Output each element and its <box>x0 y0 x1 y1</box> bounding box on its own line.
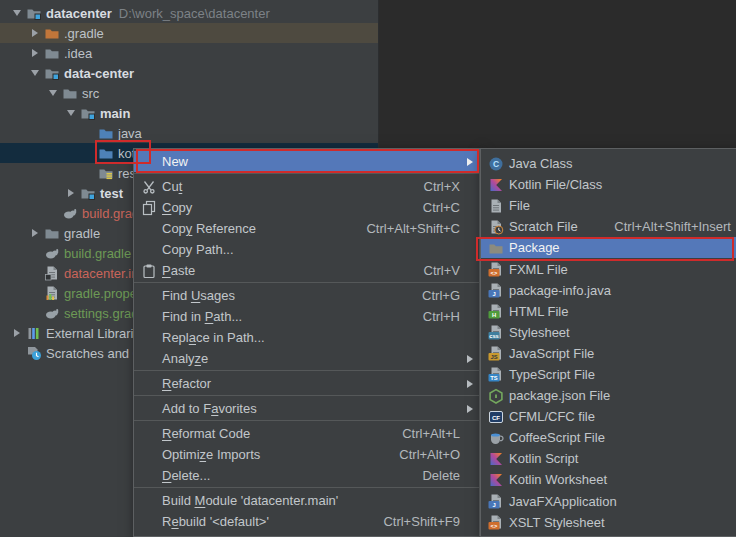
svg-text:TS: TS <box>490 375 498 381</box>
icon-spacer <box>140 221 158 237</box>
file-icon <box>487 198 505 214</box>
menu-item-stylesheet[interactable]: cssStylesheet <box>481 322 736 343</box>
menu-item-kotlin-file-class[interactable]: Kotlin File/Class <box>481 174 736 195</box>
arrow-spacer <box>80 125 98 141</box>
menu-item-label: Copy <box>162 200 192 215</box>
menu-item-fxml-file[interactable]: <>FXML File <box>481 258 736 279</box>
folder-resources-icon <box>98 165 114 181</box>
package-info-icon: J <box>488 282 504 298</box>
menu-item-analyze[interactable]: Analyze <box>134 348 479 369</box>
menu-item-copy[interactable]: CopyCtrl+C <box>134 197 479 218</box>
folder-module-icon <box>44 65 60 81</box>
collapse-arrow-icon[interactable] <box>44 85 62 101</box>
menu-item-build-module-datacenter-main[interactable]: Build Module 'datacenter.main' <box>134 490 479 511</box>
menu-item-rebuild-default[interactable]: Rebuild '<default>'Ctrl+Shift+F9 <box>134 511 479 532</box>
menu-item-find-in-path[interactable]: Find in Path...Ctrl+H <box>134 306 479 327</box>
menu-separator <box>134 281 479 285</box>
collapse-arrow-icon[interactable] <box>8 5 26 21</box>
menu-item-find-usages[interactable]: Find UsagesCtrl+G <box>134 285 479 306</box>
tree-item-main[interactable]: main <box>0 103 378 123</box>
tree-item-label: data-center <box>64 66 134 81</box>
menu-item-cut[interactable]: CutCtrl+X <box>134 176 479 197</box>
menu-item-copy-reference[interactable]: Copy ReferenceCtrl+Alt+Shift+C <box>134 218 479 239</box>
cfml-file-icon: CF <box>487 409 505 425</box>
menu-item-java-class[interactable]: CJava Class <box>481 153 736 174</box>
menu-item-optimize-imports[interactable]: Optimize ImportsCtrl+Alt+O <box>134 444 479 465</box>
stylesheet-icon: css <box>488 324 504 340</box>
menu-item-typescript-file[interactable]: TSTypeScript File <box>481 364 736 385</box>
menu-item-package-json-file[interactable]: package.json File <box>481 385 736 406</box>
menu-item-label: FXML File <box>509 262 568 277</box>
package-info-icon: J <box>487 282 505 298</box>
menu-item-label: HTML File <box>509 304 568 319</box>
xslt-stylesheet-icon: <> <box>488 514 504 530</box>
menu-item-label: New <box>162 154 188 169</box>
coffeescript-file-icon <box>488 430 504 446</box>
file-icon <box>488 198 504 214</box>
menu-item-refactor[interactable]: Refactor <box>134 373 479 394</box>
menu-item-coffeescript-file[interactable]: CoffeeScript File <box>481 427 736 448</box>
menu-item-run-datacenter-main[interactable]: Run 'datacenter.main'Ctrl+Shift+F10 <box>134 532 479 537</box>
arrow-spacer <box>44 205 62 221</box>
properties-file-icon <box>44 285 60 301</box>
expand-arrow-icon[interactable] <box>26 225 44 241</box>
menu-item-new[interactable]: New <box>134 151 479 172</box>
collapse-arrow-icon[interactable] <box>62 105 80 121</box>
menu-item-package[interactable]: Package <box>481 237 736 258</box>
menu-item-delete[interactable]: Delete...Delete <box>134 465 479 486</box>
gradle-file-icon <box>62 205 78 221</box>
arrow-spacer <box>26 285 44 301</box>
tree-item-idea[interactable]: .idea <box>0 43 378 63</box>
icon-spacer <box>140 493 158 509</box>
cut-icon <box>141 179 157 195</box>
icon-spacer <box>140 376 158 392</box>
menu-item-javafxapplication[interactable]: JJavaFXApplication <box>481 491 736 512</box>
menu-shortcut: Ctrl+Alt+O <box>385 447 460 462</box>
menu-item-label: Reformat Code <box>162 426 250 441</box>
expand-arrow-icon[interactable] <box>26 45 44 61</box>
menu-item-label: File <box>509 198 530 213</box>
tree-item-datacenter[interactable]: datacenterD:\work_space\datacenter <box>0 3 378 23</box>
folder-excluded-icon <box>44 25 60 41</box>
menu-item-file[interactable]: File <box>481 195 736 216</box>
menu-item-package-info-java[interactable]: Jpackage-info.java <box>481 280 736 301</box>
menu-item-xslt-stylesheet[interactable]: <>XSLT Stylesheet <box>481 512 736 533</box>
menu-item-paste[interactable]: PasteCtrl+V <box>134 260 479 281</box>
tree-item-data-center[interactable]: data-center <box>0 63 378 83</box>
expand-arrow-icon[interactable] <box>26 25 44 41</box>
scratches-icon <box>26 345 42 361</box>
cfml-file-icon: CF <box>488 409 504 425</box>
menu-item-javascript-file[interactable]: JSJavaScript File <box>481 343 736 364</box>
folder-icon <box>44 45 60 61</box>
expand-arrow-icon[interactable] <box>62 185 80 201</box>
kotlin-file-icon <box>487 177 505 193</box>
java-class-icon: C <box>487 156 505 172</box>
collapse-arrow-icon[interactable] <box>26 65 44 81</box>
menu-item-cfml-cfc-file[interactable]: CFCFML/CFC file <box>481 406 736 427</box>
menu-item-add-to-favorites[interactable]: Add to Favorites <box>134 398 479 419</box>
menu-item-label: package.json File <box>509 388 610 403</box>
menu-item-scratch-file[interactable]: Scratch FileCtrl+Alt+Shift+Insert <box>481 216 736 237</box>
expand-arrow-icon[interactable] <box>8 325 26 341</box>
menu-item-label: Copy Path... <box>162 242 234 257</box>
icon-spacer <box>140 514 158 530</box>
tree-item-gradle[interactable]: .gradle <box>0 23 378 43</box>
menu-item-replace-in-path[interactable]: Replace in Path... <box>134 327 479 348</box>
menu-separator <box>134 394 479 398</box>
menu-item-copy-path[interactable]: Copy Path... <box>134 239 479 260</box>
javafx-application-icon: J <box>487 493 505 509</box>
menu-item-kotlin-worksheet[interactable]: Kotlin Worksheet <box>481 469 736 490</box>
menu-shortcut: Ctrl+Alt+Shift+Insert <box>600 219 731 234</box>
menu-item-reformat-code[interactable]: Reformat CodeCtrl+Alt+L <box>134 423 479 444</box>
tree-item-java[interactable]: java <box>0 123 378 143</box>
tree-item-label: src <box>82 86 99 101</box>
menu-item-label: Find Usages <box>162 288 235 303</box>
svg-text:J: J <box>492 291 495 297</box>
icon-spacer <box>140 242 158 258</box>
tree-item-src[interactable]: src <box>0 83 378 103</box>
menu-item-kotlin-script[interactable]: Kotlin Script <box>481 448 736 469</box>
menu-item-html-file[interactable]: HHTML File <box>481 301 736 322</box>
kotlin-file-icon <box>488 177 504 193</box>
arrow-spacer <box>26 305 44 321</box>
folder-module-icon <box>80 105 96 121</box>
